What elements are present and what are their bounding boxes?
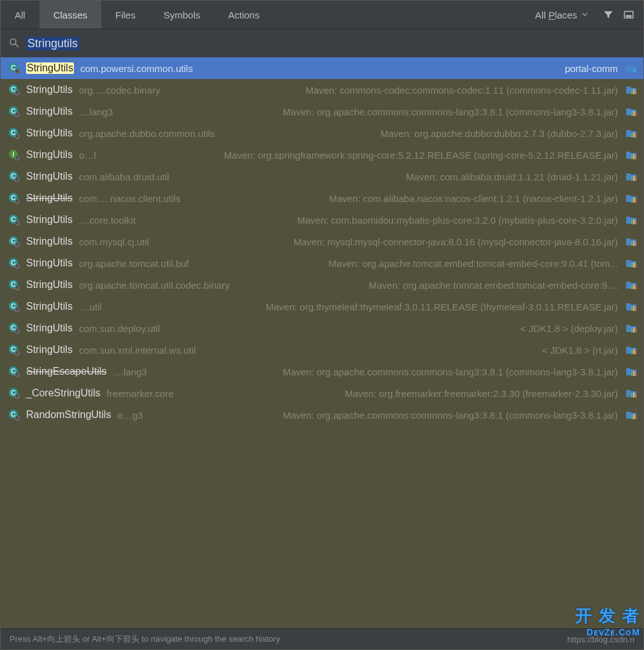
result-location: portal-comm xyxy=(565,63,618,74)
result-location: Maven: org.thymeleaf:thymeleaf:3.0.11.RE… xyxy=(266,301,618,312)
footer-bar: Press Alt+向上箭头 or Alt+向下箭头 to navigate t… xyxy=(1,628,643,649)
class-lock-icon xyxy=(8,171,20,182)
result-package: ....core.toolkit xyxy=(79,215,136,226)
result-row[interactable]: StringUtils....utilMaven: org.thymeleaf:… xyxy=(1,296,643,317)
svg-point-2 xyxy=(10,39,16,45)
tab-files[interactable]: Files xyxy=(101,1,150,29)
result-location: Maven: org.apache.tomcat.embed:tomcat-em… xyxy=(329,258,618,269)
results-list: StringUtilscom.powersi.common.utilsporta… xyxy=(1,57,643,628)
library-folder-icon xyxy=(626,409,637,421)
result-location: Maven: org.springframework:spring-core:5… xyxy=(224,150,618,161)
result-row[interactable]: StringUtilscom.....nacos.client.utilsMav… xyxy=(1,187,643,209)
class-lock-icon xyxy=(8,192,20,204)
open-in-tool-window-icon[interactable] xyxy=(620,6,637,23)
library-folder-icon xyxy=(626,106,637,117)
filter-icon[interactable] xyxy=(600,6,617,23)
result-class-name: StringUtils xyxy=(26,279,73,291)
tab-actions[interactable]: Actions xyxy=(214,1,273,29)
class-lock-icon xyxy=(8,366,20,377)
result-location: Maven: com.baomidou:mybatis-plus-core:3.… xyxy=(297,215,618,226)
result-package: org.apache.tomcat.util.codec.binary xyxy=(79,280,230,291)
result-class-name: StringUtils xyxy=(26,344,73,356)
result-class-name: StringUtils xyxy=(26,192,73,204)
result-row[interactable]: StringUtilscom.sun.xml.internal.ws.util<… xyxy=(1,339,643,361)
result-location: Maven: org.freemarker:freemarker:2.3.30 … xyxy=(345,388,619,399)
library-folder-icon xyxy=(626,301,637,312)
library-folder-icon xyxy=(626,344,637,356)
library-folder-icon xyxy=(626,149,637,161)
result-class-name: StringUtils xyxy=(26,301,73,312)
result-row[interactable]: StringUtilscom.powersi.common.utilsporta… xyxy=(1,57,643,79)
result-package: com.mysql.cj.util xyxy=(79,236,149,247)
result-package: ....lang3 xyxy=(113,366,147,377)
library-folder-icon xyxy=(626,84,637,96)
result-package: org.apache.dubbo.common.utils xyxy=(79,128,215,139)
footer-right-text: https://blog.csdn.n xyxy=(567,635,634,644)
class-lock-icon xyxy=(8,257,20,269)
class-lock-icon xyxy=(8,322,20,334)
tab-all[interactable]: All xyxy=(1,1,39,29)
result-location: < JDK1.8 > (rt.jar) xyxy=(542,345,618,356)
result-class-name: StringUtils xyxy=(26,214,73,226)
tab-symbols[interactable]: Symbols xyxy=(150,1,215,29)
class-lock-icon xyxy=(8,236,20,247)
result-row[interactable]: StringUtilso…lMaven: org.springframework… xyxy=(1,144,643,166)
result-row[interactable]: _CoreStringUtilsfreemarker.coreMaven: or… xyxy=(1,382,643,404)
class-lock-icon xyxy=(8,409,20,421)
result-class-name: StringUtils xyxy=(26,257,73,269)
chevron-down-icon xyxy=(581,10,589,20)
result-package: freemarker.core xyxy=(106,388,173,399)
search-everywhere-dialog: AllClassesFilesSymbolsActions All Places… xyxy=(0,0,644,650)
result-class-name: StringUtils xyxy=(26,322,73,334)
class-lock-icon xyxy=(8,387,20,399)
result-row[interactable]: StringUtilsorg.....codec.binaryMaven: co… xyxy=(1,79,643,101)
class-lock-icon xyxy=(8,62,20,74)
result-row[interactable]: StringUtils....lang3Maven: org.apache.co… xyxy=(1,101,643,122)
result-location: Maven: commons-codec:commons-codec:1.11 … xyxy=(306,85,618,96)
result-row[interactable]: StringUtilscom.mysql.cj.utilMaven: mysql… xyxy=(1,231,643,252)
result-row[interactable]: StringUtilsorg.apache.tomcat.util.codec.… xyxy=(1,274,643,296)
library-folder-icon xyxy=(626,127,637,139)
result-row[interactable]: StringUtils....core.toolkitMaven: com.ba… xyxy=(1,209,643,231)
result-package: com.sun.xml.internal.ws.util xyxy=(79,345,196,356)
footer-hint: Press Alt+向上箭头 or Alt+向下箭头 to navigate t… xyxy=(10,633,280,645)
result-location: Maven: org.apache.commons:commons-lang3:… xyxy=(283,106,618,117)
result-row[interactable]: StringUtilscom.sun.deploy.util< JDK1.8 >… xyxy=(1,317,643,339)
class-lock-icon xyxy=(8,301,20,312)
search-icon xyxy=(8,37,20,50)
result-class-name: StringUtils xyxy=(26,127,73,139)
result-row[interactable]: StringUtilsorg.apache.dubbo.common.utils… xyxy=(1,122,643,144)
interface-lock-icon xyxy=(8,149,20,161)
result-package: o…l xyxy=(79,150,96,161)
result-location: < JDK1.8 > (deploy.jar) xyxy=(520,323,618,334)
result-class-name: StringUtils xyxy=(26,62,74,74)
result-package: ....lang3 xyxy=(79,106,113,117)
result-location: Maven: org.apache.commons:commons-lang3:… xyxy=(283,366,618,377)
result-class-name: StringUtils xyxy=(26,84,73,96)
result-package: o…g3 xyxy=(117,410,143,421)
result-package: com.....nacos.client.utils xyxy=(79,193,180,204)
result-class-name: StringUtils xyxy=(26,106,73,117)
result-package: com.powersi.common.utils xyxy=(80,63,193,74)
result-package: com.sun.deploy.util xyxy=(79,323,160,334)
result-package: org.....codec.binary xyxy=(79,85,161,96)
module-folder-icon xyxy=(626,62,637,74)
result-row[interactable]: StringUtilsorg.apache.tomcat.util.bufMav… xyxy=(1,252,643,274)
result-class-name: _CoreStringUtils xyxy=(26,387,100,399)
library-folder-icon xyxy=(626,366,637,377)
library-folder-icon xyxy=(626,171,637,182)
scope-selector[interactable]: All Places xyxy=(535,10,589,20)
class-lock-icon xyxy=(8,214,20,226)
class-lock-icon xyxy=(8,84,20,96)
result-location: Maven: org.apache.tomcat.embed:tomcat-em… xyxy=(369,280,618,291)
result-row[interactable]: RandomStringUtilso…g3Maven: org.apache.c… xyxy=(1,404,643,426)
result-package: com.alibaba.druid.util xyxy=(79,171,169,182)
result-row[interactable]: StringUtilscom.alibaba.druid.utilMaven: … xyxy=(1,166,643,187)
class-lock-icon xyxy=(8,127,20,139)
search-input[interactable]: Stringutils xyxy=(26,37,79,50)
result-row[interactable]: StringEscapeUtils....lang3Maven: org.apa… xyxy=(1,361,643,382)
result-class-name: StringEscapeUtils xyxy=(26,366,106,377)
result-package: ....util xyxy=(79,301,102,312)
svg-line-3 xyxy=(15,44,18,47)
tab-classes[interactable]: Classes xyxy=(39,1,101,29)
